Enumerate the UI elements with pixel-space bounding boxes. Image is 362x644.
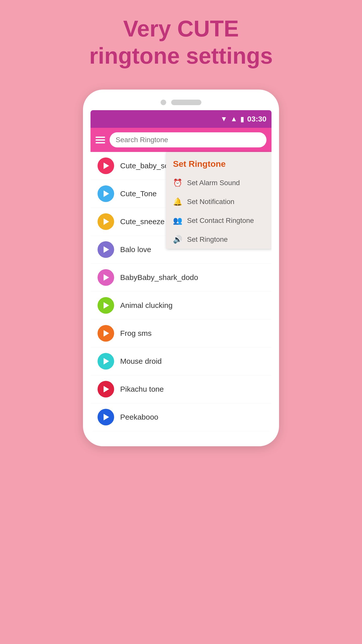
play-icon xyxy=(104,330,109,337)
play-button[interactable] xyxy=(98,185,114,202)
title-line1: Very CUTE xyxy=(89,15,273,42)
context-menu-item-label: Set Contact Ringtone xyxy=(187,217,254,225)
wifi-icon: ▼ xyxy=(220,115,228,123)
play-icon xyxy=(104,386,109,392)
title-line2: ringtone settings xyxy=(89,42,273,69)
phone-camera xyxy=(161,100,166,105)
play-button[interactable] xyxy=(98,241,114,258)
play-icon xyxy=(104,302,109,309)
context-menu-item-icon: 👥 xyxy=(173,216,182,225)
context-menu-item-icon: 🔊 xyxy=(173,235,182,244)
play-icon xyxy=(104,414,109,420)
status-time: 03:30 xyxy=(247,115,266,123)
ringtone-name: Cute_sneeze xyxy=(120,217,165,226)
play-button[interactable] xyxy=(98,353,114,370)
play-icon xyxy=(104,274,109,281)
ringtone-name: Balo love xyxy=(120,245,151,254)
page-title: Very CUTE ringtone settings xyxy=(64,15,298,69)
ringtone-item[interactable]: Frog sms xyxy=(90,319,272,347)
ringtone-item[interactable]: BabyBaby_shark_dodo xyxy=(90,264,272,292)
context-menu: Set Ringtone⏰Set Alarm Sound🔔Set Notific… xyxy=(166,152,272,249)
ringtone-name: BabyBaby_shark_dodo xyxy=(120,273,198,282)
play-icon xyxy=(104,218,109,225)
play-button[interactable] xyxy=(98,269,114,286)
menu-line2 xyxy=(96,139,105,141)
search-input[interactable] xyxy=(110,132,266,147)
context-menu-item[interactable]: ⏰Set Alarm Sound xyxy=(166,173,272,192)
ringtone-name: Mouse droid xyxy=(120,357,162,366)
ringtone-name: Cute_Tone xyxy=(120,189,157,198)
context-menu-item-icon: 🔔 xyxy=(173,197,182,206)
play-icon xyxy=(104,163,109,169)
app-bar xyxy=(90,128,272,152)
play-icon xyxy=(104,190,109,197)
phone-speaker xyxy=(171,100,201,105)
context-menu-item[interactable]: 🔊Set Ringtone xyxy=(166,230,272,249)
phone-top-bar xyxy=(90,100,272,105)
ringtone-item[interactable]: Mouse droid xyxy=(90,347,272,375)
battery-icon: ▮ xyxy=(240,115,244,123)
ringtone-name: Animal clucking xyxy=(120,301,172,310)
play-button[interactable] xyxy=(98,157,114,174)
menu-line1 xyxy=(96,137,105,138)
status-bar: ▼ ▲ ▮ 03:30 xyxy=(90,110,272,128)
phone-mockup: ▼ ▲ ▮ 03:30 Cute_baby_son...Cute_ToneCut… xyxy=(83,90,279,446)
phone-screen: ▼ ▲ ▮ 03:30 Cute_baby_son...Cute_ToneCut… xyxy=(90,110,272,431)
context-menu-title: Set Ringtone xyxy=(166,152,272,173)
play-button[interactable] xyxy=(98,325,114,342)
ringtone-item[interactable]: Peekabooo xyxy=(90,403,272,431)
play-button[interactable] xyxy=(98,213,114,230)
menu-button[interactable] xyxy=(96,137,105,143)
ringtone-name: Pikachu tone xyxy=(120,385,164,393)
ringtone-item[interactable]: Animal clucking xyxy=(90,292,272,319)
ringtone-list: Cute_baby_son...Cute_ToneCute_sneezeBalo… xyxy=(90,152,272,431)
signal-icon: ▲ xyxy=(231,115,238,123)
menu-line3 xyxy=(96,142,105,143)
play-button[interactable] xyxy=(98,381,114,397)
ringtone-name: Peekabooo xyxy=(120,413,158,421)
context-menu-item-label: Set Ringtone xyxy=(187,235,228,244)
context-menu-item-icon: ⏰ xyxy=(173,178,182,187)
context-menu-item[interactable]: 🔔Set Notification xyxy=(166,192,272,211)
ringtone-name: Frog sms xyxy=(120,329,152,338)
context-menu-item-label: Set Alarm Sound xyxy=(187,179,240,187)
play-icon xyxy=(104,358,109,365)
ringtone-item[interactable]: Pikachu tone xyxy=(90,375,272,403)
play-button[interactable] xyxy=(98,409,114,425)
context-menu-item[interactable]: 👥Set Contact Ringtone xyxy=(166,211,272,230)
play-button[interactable] xyxy=(98,297,114,314)
context-menu-item-label: Set Notification xyxy=(187,198,234,206)
play-icon xyxy=(104,246,109,253)
